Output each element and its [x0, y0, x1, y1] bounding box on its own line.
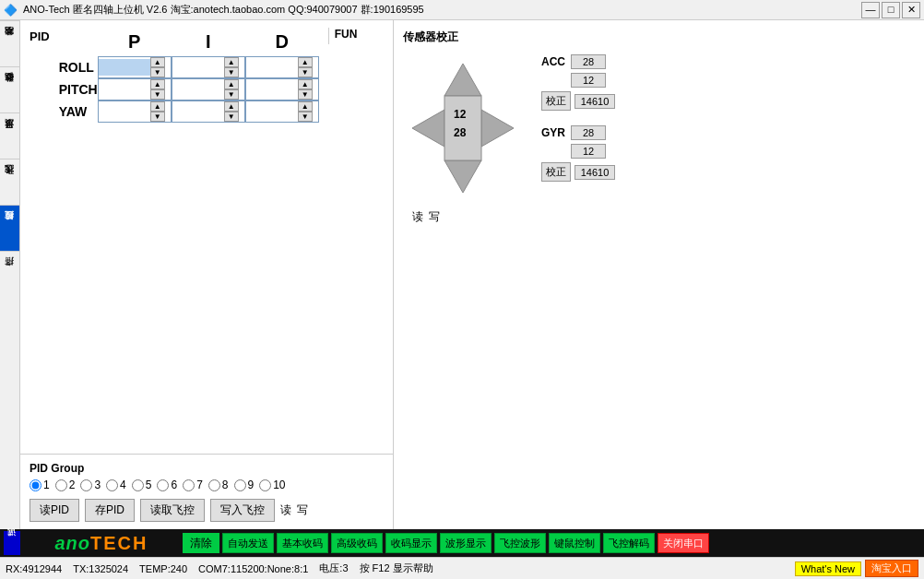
yaw-p-down[interactable]: ▼: [150, 112, 165, 122]
fc-waveform-button[interactable]: 飞控波形: [494, 533, 546, 553]
roll-p-input[interactable]: 123: [99, 59, 150, 76]
yaw-p-input[interactable]: 789: [99, 103, 150, 120]
sidebar-item-rc-control[interactable]: 航模遥控: [0, 205, 19, 251]
keyboard-mouse-button[interactable]: 键鼠控制: [549, 533, 600, 553]
sensor-panel: 传感器校正: [394, 20, 924, 529]
pid-group-2[interactable]: 2: [55, 479, 76, 491]
advanced-receive-button[interactable]: 高级收码: [331, 533, 383, 553]
acc-calibrate-button[interactable]: 校正: [541, 91, 571, 111]
clear-button[interactable]: 清除: [183, 533, 219, 553]
com-status: COM7:115200:None:8:1: [198, 563, 308, 574]
read-fc-button[interactable]: 读取飞控: [140, 499, 205, 522]
roll-p-input-group: 123 ▲ ▼: [98, 56, 172, 78]
sensor-read-label[interactable]: 读: [412, 209, 423, 225]
logo-ano: ano: [54, 533, 90, 554]
temp-status: TEMP:240: [139, 563, 187, 574]
pid-group-7[interactable]: 7: [183, 479, 203, 491]
pitch-p-input[interactable]: 456: [99, 81, 150, 98]
minimize-button[interactable]: —: [861, 2, 880, 18]
receive-display-button[interactable]: 收码显示: [385, 533, 437, 553]
logo-tech: TECH: [90, 533, 148, 554]
roll-d-input-group: 123 ▲ ▼: [245, 56, 319, 78]
diamond-readwrite: 读 写: [412, 209, 440, 225]
write-fc-button[interactable]: 写入飞控: [210, 499, 275, 522]
fun-title: FUN: [335, 28, 402, 41]
pitch-d-down[interactable]: ▼: [298, 89, 313, 100]
pid-empty-space: [20, 123, 393, 454]
whats-new-button[interactable]: What's New: [795, 561, 861, 576]
read-pid-button[interactable]: 读PID: [30, 499, 79, 522]
pid-group-9[interactable]: 9: [234, 479, 255, 491]
dblg-label: 调试: [4, 531, 20, 555]
pid-group-1[interactable]: 1: [30, 479, 50, 491]
pid-buttons-row: 读PID 存PID 读取飞控 写入飞控 读 写: [30, 499, 384, 522]
pid-group-10[interactable]: 10: [259, 479, 285, 491]
sidebar-item-waveform[interactable]: 波形显示: [0, 112, 19, 159]
yaw-p-up[interactable]: ▲: [150, 101, 165, 112]
tx-status: TX:1325024: [73, 563, 128, 574]
acc-row-1: ACC 28: [541, 54, 615, 69]
roll-label: ROLL: [59, 56, 98, 78]
roll-i-down[interactable]: ▼: [224, 67, 239, 77]
pitch-i-input[interactable]: 456: [172, 81, 224, 98]
roll-p-up[interactable]: ▲: [150, 57, 165, 67]
yaw-d-up[interactable]: ▲: [298, 101, 313, 112]
roll-i-input[interactable]: 123: [172, 59, 224, 76]
acc-row-2: 12: [541, 73, 615, 88]
pitch-d-up[interactable]: ▲: [298, 79, 313, 89]
yaw-label: YAW: [59, 100, 98, 123]
pitch-d-input[interactable]: 456: [246, 81, 298, 98]
taobao-button[interactable]: 淘宝入口: [865, 560, 918, 577]
maximize-button[interactable]: □: [882, 2, 900, 18]
pid-group-3[interactable]: 3: [80, 479, 101, 491]
pid-write-label[interactable]: 写: [297, 502, 308, 518]
titlebar: 🔷 ANO-Tech 匿名四轴上位机 V2.6 淘宝:anotech.taoba…: [0, 0, 924, 20]
voltage-status: 电压:3: [319, 561, 348, 575]
sensor-write-label[interactable]: 写: [429, 209, 440, 225]
roll-i-up[interactable]: ▲: [224, 57, 239, 67]
pid-row-roll: ROLL 123 ▲ ▼: [59, 56, 319, 78]
sidebar-item-basic-params[interactable]: 基础参数: [0, 66, 19, 112]
waveform-display-button[interactable]: 波形显示: [440, 533, 492, 553]
svg-marker-1: [444, 160, 481, 193]
pid-group-6[interactable]: 6: [157, 479, 177, 491]
basic-receive-button[interactable]: 基本收码: [277, 533, 328, 553]
close-serial-button[interactable]: 关闭串口: [657, 533, 709, 553]
pitch-i-up[interactable]: ▲: [224, 79, 239, 89]
auto-send-button[interactable]: 自动发送: [222, 533, 274, 553]
sidebar-item-fc-status[interactable]: 飞控状态: [0, 159, 19, 205]
roll-d-down[interactable]: ▼: [298, 67, 313, 77]
sidebar-item-basic-functions[interactable]: 基本功能: [0, 20, 19, 66]
svg-marker-3: [481, 110, 514, 147]
gyr-calibrate-button[interactable]: 校正: [541, 162, 571, 182]
roll-d-up[interactable]: ▲: [298, 57, 313, 67]
yaw-i-input[interactable]: 789: [172, 103, 224, 120]
roll-p-down[interactable]: ▼: [150, 67, 165, 77]
sidebar-item-broadcast[interactable]: 广播: [0, 251, 19, 297]
col-d: D: [245, 28, 319, 56]
yaw-i-down[interactable]: ▼: [224, 112, 239, 122]
pid-group-4[interactable]: 4: [106, 479, 126, 491]
yaw-i-up[interactable]: ▲: [224, 101, 239, 112]
fc-decode-button[interactable]: 飞控解码: [603, 533, 655, 553]
col-i: I: [172, 28, 245, 56]
pid-read-label[interactable]: 读: [280, 502, 291, 518]
yaw-d-down[interactable]: ▼: [298, 112, 313, 122]
roll-d-input[interactable]: 123: [246, 59, 298, 76]
pid-bottom: PID Group 1 2 3 4 5 6 7 8 9 10: [20, 454, 393, 529]
save-pid-button[interactable]: 存PID: [85, 499, 135, 522]
yaw-d-input[interactable]: 789: [246, 103, 298, 120]
pid-table: P I D ROLL: [59, 28, 319, 123]
app-title: ANO-Tech 匿名四轴上位机 V2.6 淘宝:anotech.taobao.…: [23, 3, 424, 17]
acc-calibrate-row: 校正 14610: [541, 91, 615, 111]
acc-val-3: 14610: [575, 94, 615, 109]
pitch-i-down[interactable]: ▼: [224, 89, 239, 100]
pid-group-5[interactable]: 5: [132, 479, 152, 491]
pid-group-label: PID Group: [30, 462, 384, 475]
acc-val-2: 12: [571, 73, 606, 88]
pitch-p-down[interactable]: ▼: [150, 89, 165, 100]
close-button[interactable]: ✕: [902, 2, 920, 18]
pid-group-8[interactable]: 8: [208, 479, 229, 491]
pid-row-pitch: PITCH 456 ▲ ▼: [59, 78, 319, 100]
pitch-p-up[interactable]: ▲: [150, 79, 165, 89]
